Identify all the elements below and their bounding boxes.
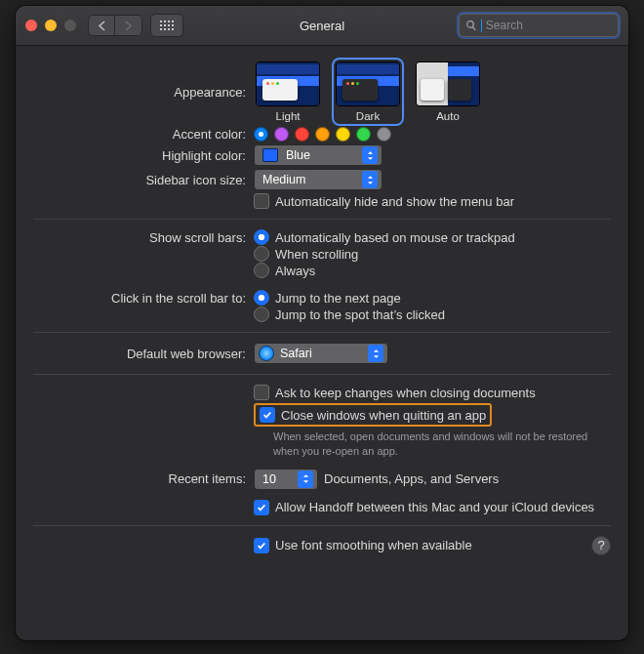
help-button[interactable]: ? [591, 536, 611, 555]
highlight-swatch [262, 148, 278, 162]
browser-label: Default web browser: [33, 347, 254, 361]
highlight-color-popup[interactable]: Blue [254, 144, 382, 166]
checkbox-icon [254, 500, 269, 515]
radio-icon [254, 229, 269, 245]
scroll-scrolling-radio[interactable]: When scrolling [254, 246, 358, 262]
text-cursor [481, 20, 482, 32]
sidebar-size-popup[interactable]: Medium [254, 169, 382, 190]
checkbox-icon [260, 407, 275, 423]
content: Appearance: Light [16, 46, 628, 640]
appearance-light[interactable]: Light [254, 60, 322, 124]
appearance-auto[interactable]: Auto [414, 60, 482, 124]
checkbox-icon [254, 193, 269, 209]
chevrons-icon [362, 171, 378, 188]
accent-color-3[interactable] [315, 127, 330, 142]
scroll-always-radio[interactable]: Always [254, 263, 315, 278]
forward-button[interactable] [115, 15, 142, 36]
highlight-value: Blue [286, 148, 310, 162]
zoom-window-button[interactable] [64, 20, 76, 31]
scroll-opt-1: When scrolling [275, 247, 358, 262]
accent-color-4[interactable] [336, 127, 350, 142]
window-controls [25, 20, 76, 31]
scroll-opt-0: Automatically based on mouse or trackpad [275, 230, 515, 245]
highlighted-setting: Close windows when quitting an app [254, 403, 492, 427]
checkbox-icon [254, 538, 269, 553]
search-input[interactable] [484, 18, 612, 33]
click-opt-0: Jump to the next page [275, 291, 401, 306]
grid-icon [160, 20, 174, 30]
ask-changes-checkbox[interactable]: Ask to keep changes when closing documen… [254, 385, 536, 400]
chevrons-icon [362, 146, 378, 164]
click-opt-1: Jump to the spot that’s clicked [275, 307, 445, 322]
divider [33, 525, 611, 526]
accent-color-2[interactable] [295, 127, 309, 142]
click-spot-radio[interactable]: Jump to the spot that’s clicked [254, 307, 445, 322]
clickbar-label: Click in the scroll bar to: [33, 291, 254, 306]
show-all-button[interactable] [150, 14, 183, 37]
appearance-dark-label: Dark [356, 110, 380, 122]
sidebar-size-label: Sidebar icon size: [33, 173, 254, 187]
highlight-label: Highlight color: [33, 148, 254, 163]
sidebar-size-value: Medium [262, 173, 305, 186]
click-nextpage-radio[interactable]: Jump to the next page [254, 290, 401, 306]
handoff-checkbox[interactable]: Allow Handoff between this Mac and your … [254, 500, 594, 515]
close-windows-label: Close windows when quitting an app [281, 408, 486, 423]
accent-color-6[interactable] [377, 127, 391, 142]
fontsmoothing-checkbox[interactable]: Use font smoothing when available [254, 538, 472, 553]
chevrons-icon [298, 470, 313, 488]
divider [33, 374, 611, 375]
browser-value: Safari [280, 347, 312, 360]
accent-color-0[interactable] [254, 127, 268, 142]
checkbox-icon [254, 385, 269, 400]
appearance-dark[interactable]: Dark [334, 60, 402, 124]
search-field[interactable] [459, 14, 619, 37]
recent-label: Recent items: [33, 471, 254, 486]
autohide-checkbox[interactable]: Automatically hide and show the menu bar [254, 193, 514, 209]
scrollbars-label: Show scroll bars: [33, 230, 254, 245]
close-windows-checkbox[interactable]: Close windows when quitting an app [260, 407, 486, 423]
fontsmoothing-label: Use font smoothing when available [275, 538, 472, 552]
close-window-button[interactable] [25, 20, 37, 31]
handoff-label: Allow Handoff between this Mac and your … [275, 500, 594, 514]
divider [33, 332, 611, 333]
appearance-auto-label: Auto [436, 110, 460, 122]
preferences-window: General Appearance: Light [16, 6, 628, 640]
appearance-label: Appearance: [33, 60, 254, 100]
accent-color-1[interactable] [274, 127, 289, 142]
recent-items-popup[interactable]: 10 [254, 469, 318, 490]
appearance-light-label: Light [276, 110, 301, 122]
safari-icon [259, 346, 274, 361]
autohide-label: Automatically hide and show the menu bar [275, 194, 514, 209]
accent-color-row [254, 127, 611, 142]
radio-icon [254, 307, 269, 322]
recent-value: 10 [262, 472, 276, 486]
accent-color-5[interactable] [356, 127, 371, 142]
back-button[interactable] [88, 15, 115, 36]
divider [33, 219, 611, 220]
radio-icon [254, 246, 269, 262]
scroll-opt-2: Always [275, 264, 315, 278]
recent-suffix: Documents, Apps, and Servers [324, 471, 499, 486]
close-windows-hint: When selected, open documents and window… [273, 429, 595, 459]
minimize-window-button[interactable] [45, 20, 57, 31]
browser-popup[interactable]: Safari [254, 343, 388, 364]
titlebar: General [16, 6, 628, 46]
ask-changes-label: Ask to keep changes when closing documen… [275, 386, 536, 400]
appearance-options: Light Dark [254, 60, 482, 124]
radio-icon [254, 263, 269, 278]
radio-icon [254, 290, 269, 306]
scroll-auto-radio[interactable]: Automatically based on mouse or trackpad [254, 229, 515, 245]
accent-label: Accent color: [33, 127, 254, 142]
chevrons-icon [368, 345, 383, 362]
search-icon [465, 20, 477, 31]
nav-back-forward [88, 15, 142, 36]
